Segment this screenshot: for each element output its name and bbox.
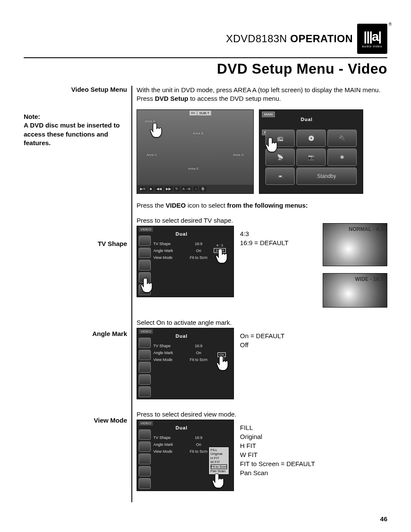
section-view-mode: View Mode [24,417,127,424]
note-body: A DVD disc must be inserted to access th… [24,121,127,147]
menu-aux-icon: 🔌 [327,130,357,147]
view-mode-desc: Press to select desired view mode. [137,411,387,418]
playback-bottom-bar: ▶/II ■ ◀◀ ▶▶ ↻ A→B ♪ 🔇 [137,185,253,193]
video-title: VIDEO [139,329,153,334]
header-row: XDVD8183N OPERATION ® |||a| audio·video [24,24,387,54]
section-video-setup: Video Setup Menu [24,86,127,93]
note-block: Note: A DVD disc must be inserted to acc… [24,112,127,147]
menu-disc-icon: 💿 [296,130,326,147]
ab-repeat-icon: A→B [181,187,192,191]
main-tag-top: MAIN [262,112,275,117]
menu-bluetooth-icon: ✱ [327,149,357,166]
subt-button: SUB.T [197,111,211,115]
area-b-label: Area B [193,131,203,135]
left-column: Video Setup Menu Note: A DVD disc must b… [24,86,131,502]
area-e-label: Area E [188,167,199,171]
hand-pointer-icon [215,248,230,265]
content-columns: Video Setup Menu Note: A DVD disc must b… [24,86,387,502]
area-c-label: Area C [146,153,157,157]
model-number: XDVD8183N [226,33,287,44]
hand-pointer-icon [150,122,165,139]
header-title: XDVD8183N OPERATION [226,33,353,45]
intro-text: With the unit in DVD mode, press AREA A … [137,86,387,103]
screenshot-view-mode: VIDEO Dual TV Shape16:9 Angle MarkOn Vie… [137,420,234,491]
menu-camera-icon: 📷 [296,149,326,166]
side-icons [139,429,151,489]
aspect-previews: NORMAL - 4:3 WIDE - 16:9 [323,223,387,308]
page-number: 46 [380,515,387,523]
video-icon-instruction: Press the VIDEO icon to select from the … [137,202,387,209]
registered-mark: ® [389,22,392,27]
brand-text: Dual [301,117,313,122]
section-tv-shape: TV Shape [24,240,127,247]
video-title: VIDEO [139,421,153,426]
right-column: With the unit in DVD mode, press AREA A … [131,86,387,502]
preview-normal-43: NORMAL - 4:3 [323,223,387,266]
standby-button: Standby [296,168,357,185]
page-title: DVD Setup Menu - Video [24,61,387,77]
header-rule [24,57,387,58]
preview-wide-169: WIDE - 16:9 [323,273,387,308]
screenshot-angle-mark: VIDEO Dual TV Shape16:9 Angle MarkOn Vie… [137,328,234,399]
screenshot-playback-areas: ≡≡ SUB.T Area A Area B Area C Area D Are… [137,109,254,194]
note-label: Note: [24,112,127,121]
mute-icon: 🔇 [199,187,206,191]
rewind-icon: ◀◀ [155,187,163,191]
section-angle-mark: Angle Mark [24,330,127,337]
side-icons [139,338,151,397]
audio-icon: ♪ [193,187,198,191]
tv-shape-values: 4:3 16:9 = DEFAULT [240,226,289,247]
logo-glyph: |||a| [364,30,381,43]
play-pause-icon: ▶/II [139,187,147,191]
tv-shape-block: Press to select desired TV shape. VIDEO … [137,217,387,308]
preview-label-43: NORMAL - 4:3 [349,226,383,232]
forward-icon: ▶▶ [165,187,172,191]
eq-icon: ≡≡ [190,111,197,115]
hand-pointer-icon [265,137,280,154]
screenshot-main-menu: MAIN Dual MAIN 📻 💿 🔌 📡 📷 ✱ 📼 Standby [259,109,363,194]
stop-icon: ■ [149,187,153,191]
hand-pointer-icon [140,277,155,294]
screenshot-tv-shape: VIDEO Dual TV Shape16:9 Angle MarkOn Vie… [137,226,234,297]
angle-mark-desc: Select On to activate angle mark. [137,319,387,326]
screenshot-row-1: ≡≡ SUB.T Area A Area B Area C Area D Are… [137,109,387,194]
view-mode-block: Press to select desired view mode. VIDEO… [137,411,387,491]
menu-other-icon: 📼 [265,168,295,185]
view-mode-values: FILL Original H FIT W FIT FIT to Screen … [240,420,315,477]
brand-logo: ® |||a| audio·video [357,24,387,54]
operation-label: OPERATION [290,33,353,44]
view-mode-popup: FILL Original H FIT W FIT Fit to Scrn Pa… [209,447,229,475]
angle-mark-block: Select On to activate angle mark. VIDEO … [137,319,387,399]
logo-subtext: audio·video [362,45,383,48]
angle-mark-values: On = DEFAULT Off [240,328,285,349]
area-d-label: Area D [233,153,244,157]
hand-pointer-icon [216,355,231,372]
hand-pointer-icon [212,473,227,490]
repeat-icon: ↻ [174,187,180,191]
video-title: VIDEO [139,227,153,232]
preview-label-169: WIDE - 16:9 [355,276,383,282]
